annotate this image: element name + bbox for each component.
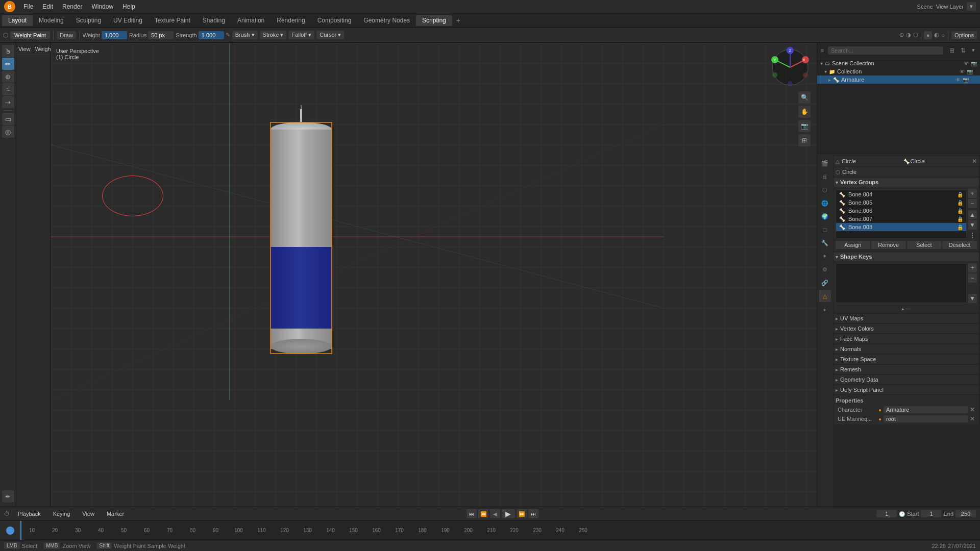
outliner-search-input[interactable] (828, 46, 943, 55)
character-x-btn[interactable]: ✕ (970, 406, 975, 413)
modifier-props-icon[interactable]: 🔧 (819, 237, 831, 249)
remove-vg-btn[interactable]: − (968, 199, 977, 208)
vg-move-down-btn[interactable]: ▼ (968, 220, 977, 230)
vertex-groups-header[interactable]: ▾ Vertex Groups (834, 178, 979, 187)
face-maps-section[interactable]: ▸ Face Maps (834, 334, 979, 343)
add-workspace-button[interactable]: + (452, 14, 464, 27)
options-btn[interactable]: Options (951, 31, 977, 39)
sort-icon[interactable]: ⇅ (959, 46, 968, 55)
keying-menu[interactable]: Keying (49, 510, 75, 518)
grid-btn[interactable]: ⊞ (798, 134, 811, 146)
scene-props-icon[interactable]: 🌐 (819, 197, 831, 209)
outliner-options-icon[interactable]: ▾ (970, 46, 977, 55)
render-props-icon[interactable]: 🎬 (819, 157, 831, 169)
tab-uv-editing[interactable]: UV Editing (107, 15, 149, 26)
pan-btn[interactable]: ✋ (798, 106, 811, 118)
remove-sk-btn[interactable]: − (968, 273, 977, 283)
jump-start-btn[interactable]: ⏮ (467, 509, 477, 518)
mode-selector[interactable]: Weight Paint (10, 31, 50, 39)
remove-btn[interactable]: Remove (871, 241, 906, 249)
eye-icon-scene[interactable]: 👁 (964, 61, 969, 66)
tab-animation[interactable]: Animation (231, 15, 271, 26)
tab-geometry-nodes[interactable]: Geometry Nodes (357, 15, 416, 26)
menu-window[interactable]: Window (87, 2, 117, 11)
particles-props-icon[interactable]: ✦ (819, 250, 831, 262)
blur-btn[interactable]: ⊕ (2, 70, 14, 83)
start-frame-field[interactable]: 1 (921, 510, 941, 517)
average-btn[interactable]: ≈ (2, 83, 14, 95)
annotate-btn[interactable]: ✒ (2, 490, 14, 503)
world-props-icon[interactable]: 🌍 (819, 210, 831, 222)
add-vg-btn[interactable]: + (968, 189, 977, 198)
lock-icon-008[interactable]: 🔒 (957, 224, 963, 230)
zoom-fit-btn[interactable]: 🔍 (798, 91, 811, 104)
brush-selector[interactable]: Brush ▾ (232, 31, 258, 39)
eye-icon-col[interactable]: 👁 (960, 69, 965, 74)
timeline-body[interactable]: 10 20 30 40 50 60 70 80 90 100 110 120 1… (0, 521, 980, 540)
object-props-icon[interactable]: ◻ (819, 223, 831, 236)
ue-mannequin-value[interactable]: root (884, 415, 968, 422)
character-value[interactable]: Armature (884, 406, 968, 413)
sk-expand[interactable]: ▸ ⋯ (834, 305, 979, 313)
draw-tool-btn[interactable]: Draw (57, 31, 76, 39)
navigation-gizmo[interactable]: X Y Z (770, 47, 811, 88)
lock-icon-006[interactable]: 🔒 (957, 208, 963, 214)
output-props-icon[interactable]: 🖨 (819, 170, 831, 183)
end-frame-field[interactable]: 250 (955, 510, 976, 517)
vg-item-bone006[interactable]: 🦴 Bone.006 🔒 (836, 207, 966, 215)
tab-rendering[interactable]: Rendering (271, 15, 311, 26)
smear-btn[interactable]: ⇢ (2, 96, 14, 108)
play-pause-btn[interactable]: ▶ (502, 509, 515, 518)
next-frame-btn[interactable]: ⏩ (517, 509, 527, 518)
current-frame-field[interactable]: 1 (876, 510, 897, 517)
prev-frame-btn[interactable]: ⏪ (478, 509, 488, 518)
physics-props-icon[interactable]: ⚙ (819, 263, 831, 276)
lock-icon-007[interactable]: 🔒 (957, 216, 963, 222)
menu-file[interactable]: File (19, 2, 37, 11)
filter-icon[interactable]: ⊞ (947, 46, 957, 55)
tab-texture-paint[interactable]: Texture Paint (149, 15, 197, 26)
render-icon-scene[interactable]: 📷 (971, 61, 977, 66)
tab-modeling[interactable]: Modeling (33, 15, 70, 26)
marker-menu[interactable]: Marker (103, 510, 128, 518)
armature-item[interactable]: ▸ 🦴 Armature 👁 📷 (817, 76, 980, 84)
select-btn[interactable]: Select (907, 241, 942, 249)
deselect-btn[interactable]: Deselect (942, 241, 977, 249)
lock-icon-005[interactable]: 🔒 (957, 200, 963, 206)
view-menu[interactable]: View (78, 510, 99, 518)
tab-shading[interactable]: Shading (197, 15, 231, 26)
overlay-icon[interactable]: ⊙ (899, 32, 904, 38)
menu-help[interactable]: Help (118, 2, 139, 11)
vg-item-bone007[interactable]: 🦴 Bone.007 🔒 (836, 215, 966, 223)
texture-space-section[interactable]: ▸ Texture Space (834, 355, 979, 364)
geometry-data-section[interactable]: ▸ Geometry Data (834, 375, 979, 384)
normals-section[interactable]: ▸ Normals (834, 344, 979, 354)
remesh-section[interactable]: ▸ Remesh (834, 365, 979, 374)
vg-move-up-btn[interactable]: ▲ (968, 210, 977, 219)
vertex-colors-section[interactable]: ▸ Vertex Colors (834, 324, 979, 333)
tab-scripting[interactable]: Scripting (416, 15, 452, 26)
cylinder-object[interactable] (271, 109, 332, 354)
shading-mat[interactable]: ◐ (934, 32, 939, 38)
vg-item-bone004[interactable]: 🦴 Bone.004 🔒 (836, 190, 966, 198)
strength-value[interactable]: 1.000 (199, 31, 224, 39)
lock-icon-004[interactable]: 🔒 (957, 192, 963, 197)
xray-icon[interactable]: ⬡ (913, 32, 918, 38)
shading-render[interactable]: ○ (941, 32, 945, 38)
uv-maps-section[interactable]: ▸ UV Maps (834, 314, 979, 323)
menu-edit[interactable]: Edit (38, 2, 57, 11)
jump-end-btn[interactable]: ⏭ (528, 509, 538, 518)
stroke-selector[interactable]: Stroke ▾ (260, 31, 287, 39)
weight-value[interactable]: 1.000 (102, 31, 127, 39)
shape-keys-header[interactable]: ▾ Shape Keys (834, 252, 979, 261)
falloff-selector[interactable]: Falloff ▾ (288, 31, 314, 39)
shading-icon[interactable]: ◑ (906, 32, 911, 38)
reverse-play-btn[interactable]: ◀ (490, 509, 500, 518)
radius-value[interactable]: 50 px (148, 31, 174, 39)
playback-menu[interactable]: Playback (14, 510, 45, 518)
view-tab[interactable]: View (16, 44, 33, 54)
material-props-icon[interactable]: ⬥ (819, 303, 831, 315)
view-layer-props-icon[interactable]: ⬡ (819, 184, 831, 196)
shading-solid[interactable]: ● (924, 31, 933, 39)
engine-selector[interactable]: ▾ (967, 2, 976, 11)
